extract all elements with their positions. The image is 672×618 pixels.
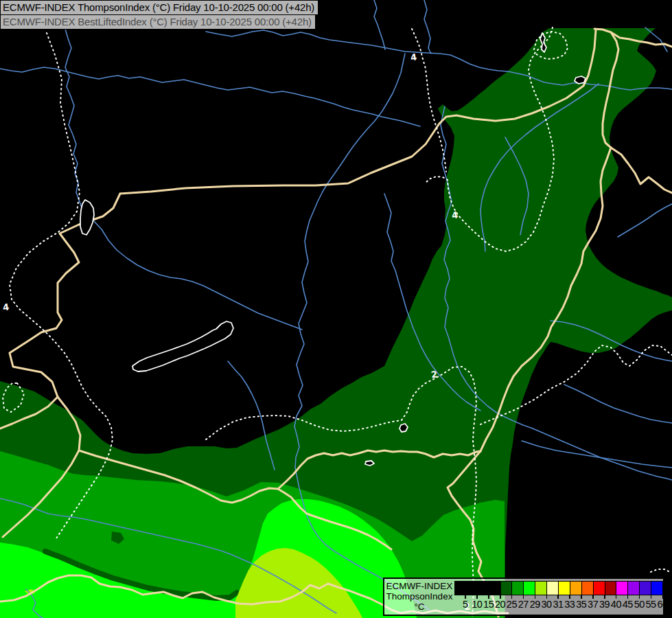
legend: ECMWF-INDEX ThompsonIndex °C 51015202527… <box>383 577 664 616</box>
legend-value: 39 <box>599 599 610 610</box>
legend-value: 35 <box>576 599 586 610</box>
legend-cell-39: 39 <box>594 581 605 595</box>
legend-cell-33: 33 <box>559 581 570 595</box>
legend-cell-45: 45 <box>616 581 628 595</box>
legend-value: 60 <box>657 599 667 610</box>
legend-value: 29 <box>530 599 540 610</box>
legend-value: 27 <box>518 599 529 610</box>
title-bar: ECMWF-INDEX ThompsonIndex (°C) Friday 10… <box>0 0 318 30</box>
legend-cell-60: 60 <box>651 581 663 595</box>
legend-value: 5 <box>463 599 468 610</box>
legend-value: 25 <box>507 599 517 610</box>
legend-cell-35: 35 <box>570 581 582 595</box>
legend-value: 33 <box>564 599 575 610</box>
legend-cell-50: 50 <box>628 581 640 595</box>
legend-value: 50 <box>634 599 645 610</box>
legend-cell-29: 29 <box>524 581 535 595</box>
legend-value: 15 <box>483 599 494 610</box>
legend-cell-15: 15 <box>478 581 489 595</box>
legend-value: 31 <box>553 599 563 610</box>
legend-value: 40 <box>611 599 621 610</box>
title-line-1: ECMWF-INDEX ThompsonIndex (°C) Friday 10… <box>0 0 318 15</box>
legend-value: 55 <box>646 599 656 610</box>
legend-cell-27: 27 <box>512 581 524 595</box>
legend-cell-40: 40 <box>605 581 617 595</box>
legend-value: 10 <box>472 599 482 610</box>
legend-title: ECMWF-INDEX ThompsonIndex °C <box>384 579 454 615</box>
legend-value: 20 <box>495 599 505 610</box>
legend-cell-10: 10 <box>466 581 478 595</box>
legend-cell-5: 5 <box>454 581 466 595</box>
legend-unit: °C <box>384 602 454 612</box>
legend-color-scale: 51015202527293031333537394045505560 <box>454 581 663 595</box>
legend-cell-20: 20 <box>489 581 501 595</box>
legend-value: 37 <box>588 599 598 610</box>
legend-cell-31: 31 <box>547 581 559 595</box>
weather-map-screen: 44422 ECMWF-INDEX ThompsonIndex (°C) Fri… <box>0 0 672 618</box>
legend-cell-55: 55 <box>640 581 651 595</box>
legend-cell-25: 25 <box>501 581 513 595</box>
title-line-2: ECMWF-INDEX BestLiftedIndex (°C) Friday … <box>0 14 316 30</box>
legend-index-name: ThompsonIndex <box>384 591 454 602</box>
legend-value: 30 <box>542 599 552 610</box>
legend-model-name: ECMWF-INDEX <box>384 581 454 591</box>
legend-value: 45 <box>623 599 633 610</box>
weather-map <box>0 0 672 618</box>
legend-cell-30: 30 <box>535 581 547 595</box>
legend-cell-37: 37 <box>582 581 594 595</box>
